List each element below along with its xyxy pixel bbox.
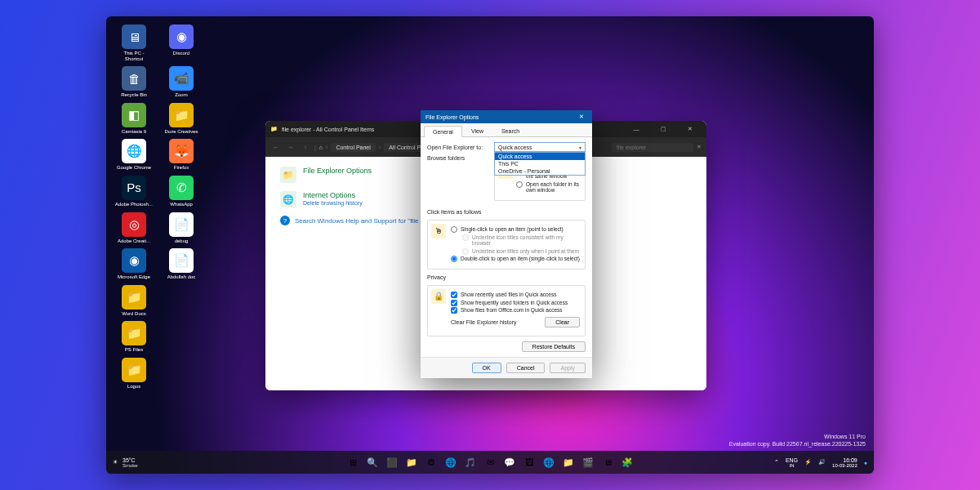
close-button[interactable]: ✕ (679, 126, 702, 132)
item-label: Internet Options (303, 191, 363, 199)
app-icon: 📄 (169, 212, 194, 237)
icon-label: Doze Creatives (164, 129, 198, 135)
icon-label: Abdullah doc (167, 274, 196, 280)
taskbar-app-icon[interactable]: 🎵 (462, 454, 479, 470)
desktop-icon[interactable]: 🌐Google Chrome (114, 139, 154, 171)
dialog-titlebar[interactable]: File Explorer Options ✕ (421, 110, 592, 123)
taskbar-app-icon[interactable]: 📁 (560, 454, 577, 470)
item-icon: 🌐 (280, 191, 296, 207)
radio-option[interactable]: Double-click to open an item (single-cli… (451, 256, 580, 262)
close-icon[interactable]: ✕ (576, 114, 587, 120)
item-icon: 📁 (280, 167, 296, 183)
item-sublink[interactable]: Delete browsing history (303, 200, 363, 206)
taskbar-app-icon[interactable]: ⊞ (345, 454, 361, 470)
cursor-icon: 🖱 (431, 224, 446, 238)
checkbox-option[interactable]: Show recently used files in Quick access (451, 292, 580, 298)
desktop-icon[interactable]: ◎Adobe Creati... (114, 212, 154, 244)
radio-option[interactable]: Open each folder in its own window (516, 181, 580, 194)
icon-label: WhatsApp (170, 202, 193, 207)
click-items-label: Click items as follows (427, 209, 586, 215)
desktop-icon[interactable]: 📁Doze Creatives (162, 103, 201, 135)
desktop-icon[interactable]: 📹Zoom (162, 66, 201, 98)
app-icon: Ps (122, 176, 146, 200)
home-icon[interactable]: ⌂ (319, 145, 323, 150)
open-to-select[interactable]: Quick access▾ Quick accessThis PCOneDriv… (494, 142, 586, 152)
volume-icon[interactable]: 🔊 (818, 459, 826, 466)
icon-label: Google Chrome (117, 165, 151, 171)
icon-label: Logos (127, 384, 140, 390)
watermark: Windows 11 Pro Evaluation copy. Build 22… (729, 433, 866, 448)
apply-button[interactable]: Apply (550, 363, 586, 373)
desktop-icons-grid: 🖥This PC - Shortcut◉Discord🗑Recycle Bin📹… (114, 24, 201, 390)
cancel-button[interactable]: Cancel (506, 363, 546, 373)
desktop-icon[interactable]: ✆WhatsApp (162, 176, 201, 207)
desktop-icon[interactable]: 📁Logos (114, 358, 154, 390)
taskbar-app-icon[interactable]: ⚙ (423, 454, 439, 470)
tray-chevron-icon[interactable]: ⌃ (774, 459, 779, 466)
app-icon: 📹 (169, 66, 194, 91)
app-icon: 🗑 (122, 66, 146, 91)
dropdown-option[interactable]: This PC (495, 160, 585, 167)
icon-label: Zoom (175, 92, 187, 98)
desktop-icon[interactable]: 📁Word Docs (114, 285, 154, 317)
help-icon: ? (280, 216, 290, 225)
tab-general[interactable]: General (424, 126, 462, 137)
icon-label: Microsoft Edge (118, 274, 150, 280)
notification-icon[interactable]: ● (864, 460, 867, 466)
desktop-icon[interactable]: 📄Abdullah doc (162, 248, 201, 280)
app-icon: 🖥 (122, 24, 146, 49)
taskbar-app-icon[interactable]: 🌐 (443, 454, 459, 470)
open-to-label: Open File Explorer to: (427, 145, 489, 150)
back-button[interactable]: ← (270, 145, 282, 150)
taskbar-app-icon[interactable]: 🌐 (541, 454, 557, 470)
app-icon: ◉ (169, 24, 194, 49)
language-indicator[interactable]: ENG IN (786, 457, 798, 468)
desktop-icon[interactable]: ◉Microsoft Edge (114, 248, 154, 280)
taskbar-app-icon[interactable]: 🧩 (619, 454, 635, 470)
wifi-icon[interactable]: ⚡ (804, 459, 812, 466)
breadcrumb[interactable]: Control Panel (331, 143, 375, 152)
checkbox-option[interactable]: Show frequently used folders in Quick ac… (451, 300, 580, 306)
taskbar-app-icon[interactable]: 🎬 (580, 454, 596, 470)
tab-view[interactable]: View (462, 125, 492, 136)
taskbar-app-icon[interactable]: 🖼 (521, 454, 537, 470)
taskbar-app-icon[interactable]: ⬛ (384, 454, 400, 470)
taskbar[interactable]: ☀ 35°C Smoke ⊞🔍⬛📁⚙🌐🎵✉💬🖼🌐📁🎬🖥🧩 ⌃ ENG IN ⚡ … (106, 451, 874, 474)
radio-option[interactable]: Single-click to open an item (point to s… (451, 226, 580, 233)
clear-search-icon[interactable]: ✕ (697, 144, 702, 150)
desktop-icon[interactable]: 🖥This PC - Shortcut (114, 24, 154, 61)
desktop-icon[interactable]: 🗑Recycle Bin (114, 66, 154, 98)
maximize-button[interactable]: ▢ (652, 126, 675, 132)
forward-button[interactable]: → (285, 145, 296, 150)
taskbar-app-icon[interactable]: 💬 (501, 454, 518, 470)
checkbox-option[interactable]: Show files from Office.com in Quick acce… (451, 307, 580, 314)
clock[interactable]: 16:09 10-03-2022 (832, 457, 858, 468)
desktop-icon[interactable]: 📁PS Files (114, 321, 154, 353)
app-icon: ◧ (122, 103, 146, 127)
icon-label: Adobe Photosh... (115, 202, 153, 207)
taskbar-app-icon[interactable]: 🔍 (364, 454, 381, 470)
restore-defaults-button[interactable]: Restore Defaults (522, 341, 586, 352)
item-label: File Explorer Options (303, 167, 372, 175)
desktop-icon[interactable]: ◧Camtasia 9 (114, 103, 154, 135)
desktop-icon[interactable]: PsAdobe Photosh... (114, 176, 154, 207)
taskbar-app-icon[interactable]: 🖥 (599, 454, 616, 470)
weather-widget[interactable]: ☀ 35°C Smoke (113, 457, 138, 468)
desktop-icon[interactable]: 📄debug (162, 212, 201, 244)
file-explorer-options-dialog: File Explorer Options ✕ GeneralViewSearc… (421, 110, 592, 378)
dropdown-option[interactable]: Quick access (495, 153, 585, 160)
desktop-icon[interactable]: 🦊Firefox (162, 139, 201, 171)
dropdown-option[interactable]: OneDrive - Personal (495, 167, 585, 175)
clear-button[interactable]: Clear (545, 317, 580, 327)
app-icon: ◎ (122, 212, 146, 237)
taskbar-app-icon[interactable]: ✉ (482, 454, 498, 470)
tab-search[interactable]: Search (492, 125, 528, 136)
search-input[interactable] (612, 143, 693, 152)
folder-icon: 📁 (270, 126, 278, 132)
ok-button[interactable]: OK (472, 363, 501, 373)
taskbar-app-icon[interactable]: 📁 (403, 454, 420, 470)
up-button[interactable]: ↑ (300, 145, 311, 150)
desktop-icon[interactable]: ◉Discord (162, 24, 201, 61)
minimize-button[interactable]: — (625, 127, 648, 132)
app-icon: 📁 (122, 358, 146, 382)
